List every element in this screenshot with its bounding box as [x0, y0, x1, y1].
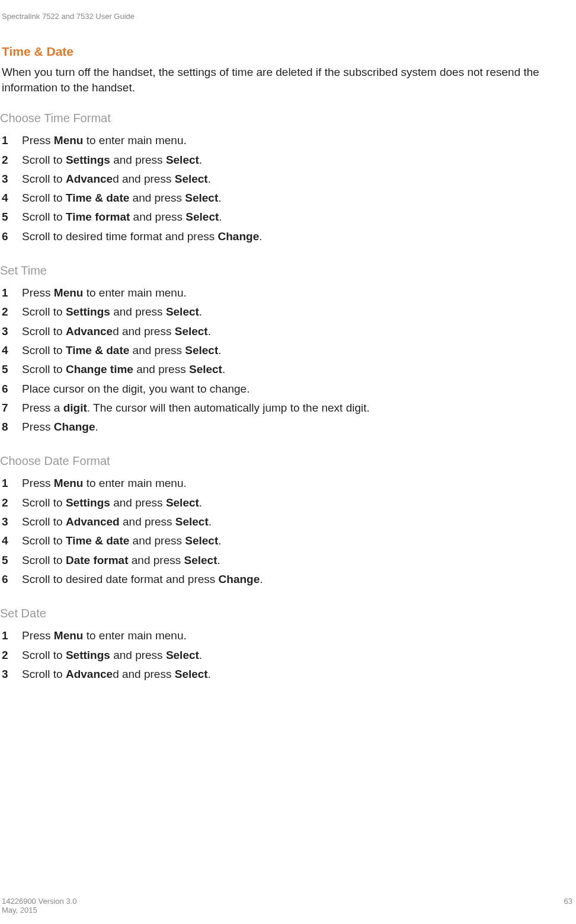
step-number: 5: [2, 551, 22, 570]
step-number: 1: [2, 283, 22, 302]
step-number: 3: [2, 665, 22, 684]
step-text: Scroll to Date format and press Select.: [22, 551, 220, 570]
footer-date: May, 2015: [2, 906, 77, 915]
step: 3Scroll to Advanced and press Select.: [2, 665, 576, 684]
subsection-title: Choose Date Format: [0, 454, 576, 468]
step-number: 3: [2, 322, 22, 341]
step-text: Scroll to desired date format and press …: [22, 570, 263, 589]
step-text: Scroll to Time & date and press Select.: [22, 531, 222, 550]
step-text: Scroll to Settings and press Select.: [22, 302, 202, 321]
step-text: Scroll to Advanced and press Select.: [22, 322, 211, 341]
step-text: Press Menu to enter main menu.: [22, 131, 187, 150]
step-text: Press Change.: [22, 418, 98, 436]
step: 1Press Menu to enter main menu.: [2, 474, 576, 493]
step-text: Scroll to Advanced and press Select.: [22, 512, 212, 531]
footer-version: 14226900 Version 3.0: [2, 897, 77, 906]
step-number: 2: [2, 493, 22, 512]
step: 1Press Menu to enter main menu.: [2, 131, 576, 150]
step-text: Press a digit. The cursor will then auto…: [22, 399, 370, 418]
step: 5Scroll to Date format and press Select.: [2, 551, 576, 570]
step: 4Scroll to Time & date and press Select.: [2, 531, 576, 550]
step-number: 2: [2, 302, 22, 321]
step: 1Press Menu to enter main menu.: [2, 626, 576, 645]
step-number: 2: [2, 151, 22, 170]
steps-list: 1Press Menu to enter main menu. 2Scroll …: [2, 474, 576, 589]
subsection-choose-time-format: Choose Time Format 1Press Menu to enter …: [0, 111, 576, 246]
step-text: Scroll to desired time format and press …: [22, 227, 263, 246]
step-text: Scroll to Advanced and press Select.: [22, 170, 211, 189]
step-number: 4: [2, 341, 22, 360]
step-text: Scroll to Settings and press Select.: [22, 646, 202, 665]
step-text: Scroll to Time & date and press Select.: [22, 341, 222, 360]
step-text: Place cursor on the digit, you want to c…: [22, 380, 249, 399]
step: 2Scroll to Settings and press Select.: [2, 646, 576, 665]
step-number: 2: [2, 646, 22, 665]
step: 6Scroll to desired time format and press…: [2, 227, 576, 246]
header-guide-title: Spectralink 7522 and 7532 User Guide: [2, 12, 576, 21]
steps-list: 1Press Menu to enter main menu. 2Scroll …: [2, 283, 576, 436]
step: 5Scroll to Time format and press Select.: [2, 208, 576, 227]
step: 4Scroll to Time & date and press Select.: [2, 189, 576, 208]
subsection-title: Set Time: [0, 264, 576, 278]
subsection-title: Set Date: [0, 607, 576, 620]
step-number: 1: [2, 474, 22, 493]
subsection-set-date: Set Date 1Press Menu to enter main menu.…: [0, 607, 576, 684]
step-number: 6: [2, 380, 22, 399]
step: 5Scroll to Change time and press Select.: [2, 360, 576, 379]
subsection-title: Choose Time Format: [0, 111, 576, 125]
step-text: Press Menu to enter main menu.: [22, 474, 187, 493]
subsection-choose-date-format: Choose Date Format 1Press Menu to enter …: [0, 454, 576, 589]
step-number: 4: [2, 189, 22, 208]
step-text: Press Menu to enter main menu.: [22, 283, 187, 302]
footer: 14226900 Version 3.0 May, 2015 63: [2, 897, 572, 915]
step-number: 3: [2, 170, 22, 189]
step: 1Press Menu to enter main menu.: [2, 283, 576, 302]
step-text: Scroll to Settings and press Select.: [22, 493, 202, 512]
step: 6Place cursor on the digit, you want to …: [2, 380, 576, 399]
step-number: 5: [2, 360, 22, 379]
intro-text: When you turn off the handset, the setti…: [2, 65, 576, 95]
step-number: 1: [2, 626, 22, 645]
section-title: Time & Date: [2, 44, 576, 59]
step: 8Press Change.: [2, 418, 576, 436]
step-number: 5: [2, 208, 22, 227]
step: 3Scroll to Advanced and press Select.: [2, 512, 576, 531]
page-container: Spectralink 7522 and 7532 User Guide Tim…: [0, 0, 576, 924]
footer-page-number: 63: [564, 897, 572, 915]
step-text: Scroll to Settings and press Select.: [22, 151, 202, 170]
step-text: Press Menu to enter main menu.: [22, 626, 187, 645]
steps-list: 1Press Menu to enter main menu. 2Scroll …: [2, 131, 576, 246]
step: 6Scroll to desired date format and press…: [2, 570, 576, 589]
step-text: Scroll to Change time and press Select.: [22, 360, 225, 379]
step: 4Scroll to Time & date and press Select.: [2, 341, 576, 360]
step: 3Scroll to Advanced and press Select.: [2, 170, 576, 189]
step-number: 1: [2, 131, 22, 150]
step-number: 4: [2, 531, 22, 550]
step-text: Scroll to Time format and press Select.: [22, 208, 222, 227]
step-number: 8: [2, 418, 22, 436]
step: 2Scroll to Settings and press Select.: [2, 302, 576, 321]
step: 3Scroll to Advanced and press Select.: [2, 322, 576, 341]
step: 2Scroll to Settings and press Select.: [2, 493, 576, 512]
step-number: 3: [2, 512, 22, 531]
step-number: 6: [2, 570, 22, 589]
steps-list: 1Press Menu to enter main menu. 2Scroll …: [2, 626, 576, 684]
subsection-set-time: Set Time 1Press Menu to enter main menu.…: [0, 264, 576, 436]
footer-left: 14226900 Version 3.0 May, 2015: [2, 897, 77, 915]
step: 7Press a digit. The cursor will then aut…: [2, 399, 576, 418]
step-text: Scroll to Time & date and press Select.: [22, 189, 222, 208]
step-number: 6: [2, 227, 22, 246]
step-number: 7: [2, 399, 22, 418]
step: 2Scroll to Settings and press Select.: [2, 151, 576, 170]
step-text: Scroll to Advanced and press Select.: [22, 665, 211, 684]
